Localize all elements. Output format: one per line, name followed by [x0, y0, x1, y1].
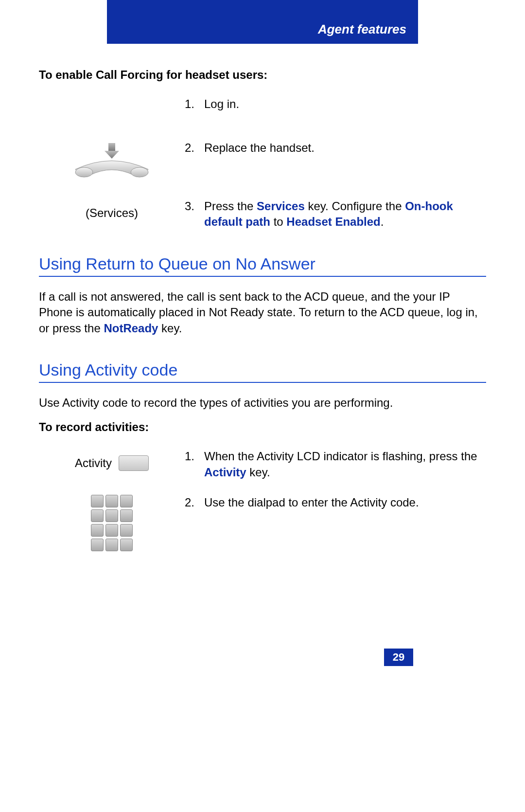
- section-heading-activity-code: Using Activity code: [39, 361, 486, 379]
- dialpad-key-icon: [120, 495, 133, 507]
- dialpad-key-icon: [120, 524, 133, 537]
- dialpad-key-icon: [120, 509, 133, 522]
- text-fragment: key. Configure the: [305, 199, 405, 213]
- dialpad-key-icon: [91, 539, 104, 551]
- activity-key-col: Activity: [39, 449, 185, 478]
- services-label-col: (Services): [39, 198, 185, 228]
- keyword-headset-enabled: Headset Enabled: [286, 215, 380, 228]
- svg-rect-0: [108, 143, 115, 151]
- section-a-paragraph: If a call is not answered, the call is s…: [39, 289, 486, 336]
- page-number: 29: [384, 649, 413, 666]
- text-fragment: When the Activity LCD indicator is flash…: [204, 450, 477, 463]
- step-icon-empty: [39, 96, 185, 126]
- step-number: 1.: [185, 96, 204, 112]
- section-underline: [39, 382, 486, 383]
- keyword-activity: Activity: [204, 466, 246, 479]
- step-number: 2.: [185, 140, 204, 156]
- keyword-notready: NotReady: [104, 322, 158, 335]
- handset-hangup-icon: [39, 140, 185, 184]
- section-underline: [39, 276, 486, 277]
- svg-point-3: [131, 167, 148, 177]
- section-intro-2: To record activities:: [39, 420, 486, 434]
- services-label: (Services): [86, 206, 138, 220]
- step-text: Log in.: [204, 96, 486, 112]
- section-b-paragraph: Use Activity code to record the types of…: [39, 395, 486, 411]
- text-fragment: .: [381, 215, 384, 228]
- dialpad-key-icon: [105, 495, 118, 507]
- keyword-services: Services: [257, 199, 305, 213]
- dialpad-key-icon: [91, 495, 104, 507]
- dialpad-icon: [39, 495, 185, 551]
- section-intro-1: To enable Call Forcing for headset users…: [39, 68, 486, 82]
- softkey-icon: [119, 455, 149, 471]
- dialpad-key-icon: [120, 539, 133, 551]
- step-number: 2.: [185, 495, 204, 510]
- svg-marker-1: [105, 151, 119, 159]
- text-fragment: key.: [158, 322, 182, 335]
- dialpad-key-icon: [91, 524, 104, 537]
- step-row: 2. Replace the handset.: [39, 140, 486, 184]
- header-band: Agent features: [107, 0, 418, 44]
- dialpad-key-icon: [105, 524, 118, 537]
- activity-label: Activity: [75, 456, 112, 470]
- step-row: 1. Log in.: [39, 96, 486, 126]
- step-text: Press the Services key. Configure the On…: [204, 198, 486, 230]
- dialpad-key-icon: [105, 539, 118, 551]
- step-text: Use the dialpad to enter the Activity co…: [204, 495, 486, 510]
- section-heading-return-queue: Using Return to Queue on No Answer: [39, 254, 486, 273]
- svg-point-2: [75, 167, 93, 177]
- step-text: Replace the handset.: [204, 140, 486, 156]
- step-row: 2. Use the dialpad to enter the Activity…: [39, 495, 486, 551]
- step-number: 1.: [185, 449, 204, 480]
- step-number: 3.: [185, 198, 204, 230]
- step-text: When the Activity LCD indicator is flash…: [204, 449, 486, 480]
- text-fragment: to: [270, 215, 286, 228]
- step-row: Activity 1. When the Activity LCD indica…: [39, 449, 486, 480]
- header-title: Agent features: [318, 22, 406, 37]
- step-row: (Services) 3. Press the Services key. Co…: [39, 198, 486, 230]
- page-content: To enable Call Forcing for headset users…: [0, 44, 525, 666]
- text-fragment: Press the: [204, 199, 257, 213]
- dialpad-key-icon: [91, 509, 104, 522]
- text-fragment: key.: [246, 466, 270, 479]
- dialpad-key-icon: [105, 509, 118, 522]
